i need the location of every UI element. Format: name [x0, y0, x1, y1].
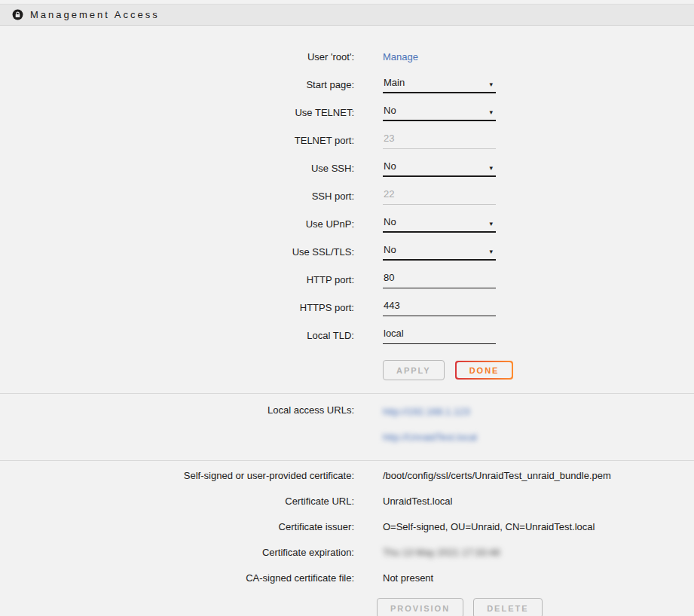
form-actions: APPLY DONE: [383, 360, 694, 380]
field-label: Use TELNET:: [0, 107, 354, 118]
chevron-down-icon: ▾: [489, 109, 494, 116]
delete-button[interactable]: DELETE: [473, 598, 542, 616]
local-url-link[interactable]: http://192.168.1.123: [383, 398, 470, 424]
field-label: CA-signed certificate file:: [0, 572, 354, 584]
use-ssh-select[interactable]: No ▾: [383, 160, 496, 177]
ca-certificate-status-value: Not present: [383, 572, 433, 584]
local-url-link[interactable]: http://UnraidTest.local: [383, 424, 477, 450]
field-label: Use SSL/TLS:: [0, 246, 354, 258]
use-ssl-tls-select[interactable]: No ▾: [383, 243, 496, 261]
field-label: HTTP port:: [0, 274, 354, 285]
select-value: No: [384, 105, 396, 116]
cert-row-ca-file: CA-signed certificate file: Not present: [0, 565, 694, 590]
ssh-port-input[interactable]: [383, 188, 496, 205]
select-value: Main: [384, 77, 405, 88]
field-row-user-root: User 'root': Manage: [0, 43, 694, 71]
cert-row-bundle: Self-signed or user-provided certificate…: [0, 462, 694, 488]
field-label: Certificate issuer:: [0, 521, 354, 532]
management-access-form: User 'root': Manage Start page: Main ▾ U…: [0, 26, 694, 380]
apply-button[interactable]: APPLY: [383, 360, 445, 380]
field-row-https-port: HTTPS port:: [0, 294, 694, 322]
certificate-path-value: /boot/config/ssl/certs/UnraidTest_unraid…: [383, 470, 611, 481]
field-label: Use SSH:: [0, 163, 354, 174]
field-row-local-tld: Local TLD:: [0, 322, 694, 349]
select-value: No: [384, 160, 396, 172]
field-row-use-upnp: Use UPnP: No ▾: [0, 210, 694, 238]
page-header: Management Access: [0, 4, 694, 26]
field-label: Use UPnP:: [0, 218, 354, 230]
field-label: TELNET port:: [0, 135, 354, 146]
done-button-label: DONE: [457, 362, 512, 378]
chevron-down-icon: ▾: [489, 81, 494, 88]
cert-row-issuer: Certificate issuer: O=Self-signed, OU=Un…: [0, 514, 694, 539]
certificate-url-value: UnraidTest.local: [383, 496, 453, 507]
certificate-issuer-value: O=Self-signed, OU=Unraid, CN=UnraidTest.…: [383, 521, 595, 532]
field-label: SSH port:: [0, 191, 354, 202]
field-label: HTTPS port:: [0, 302, 354, 313]
done-button[interactable]: DONE: [455, 361, 514, 380]
field-row-use-ssh: Use SSH: No ▾: [0, 154, 694, 182]
field-label: Self-signed or user-provided certificate…: [0, 470, 354, 481]
use-telnet-select[interactable]: No ▾: [383, 104, 496, 121]
field-label: Certificate URL:: [0, 496, 354, 507]
field-row-ssh-port: SSH port:: [0, 182, 694, 210]
local-access-section: Local access URLs: http://192.168.1.123 …: [0, 394, 694, 456]
chevron-down-icon: ▾: [489, 165, 494, 172]
field-row-use-telnet: Use TELNET: No ▾: [0, 99, 694, 127]
field-row-http-port: HTTP port:: [0, 266, 694, 294]
use-upnp-select[interactable]: No ▾: [383, 215, 496, 233]
https-port-input[interactable]: [383, 299, 496, 316]
local-tld-input[interactable]: [383, 327, 496, 344]
field-label: Start page:: [0, 79, 354, 90]
manage-root-link[interactable]: Manage: [383, 51, 694, 63]
field-row-start-page: Start page: Main ▾: [0, 71, 694, 99]
field-label: Local access URLs:: [0, 398, 354, 450]
page-title: Management Access: [30, 9, 160, 20]
telnet-port-input[interactable]: [383, 132, 496, 149]
chevron-down-icon: ▾: [489, 249, 494, 255]
certificate-expiration-value: Thu 13 May 2021 17:33:48: [383, 547, 500, 558]
http-port-input[interactable]: [383, 271, 496, 288]
field-row-use-ssl-tls: Use SSL/TLS: No ▾: [0, 238, 694, 266]
cert-row-url: Certificate URL: UnraidTest.local: [0, 488, 694, 514]
certificate-section: Self-signed or user-provided certificate…: [0, 461, 694, 616]
field-label: Local TLD:: [0, 330, 354, 341]
certificate-actions: PROVISION DELETE: [377, 598, 694, 616]
provision-button[interactable]: PROVISION: [377, 598, 463, 616]
field-row-telnet-port: TELNET port:: [0, 127, 694, 154]
chevron-down-icon: ▾: [489, 221, 494, 227]
lock-circle-icon: [12, 9, 23, 20]
start-page-select[interactable]: Main ▾: [383, 76, 496, 93]
select-value: No: [384, 244, 396, 255]
cert-row-expiration: Certificate expiration: Thu 13 May 2021 …: [0, 539, 694, 565]
field-label: Certificate expiration:: [0, 547, 354, 558]
select-value: No: [384, 216, 396, 227]
field-label: User 'root':: [0, 51, 354, 63]
